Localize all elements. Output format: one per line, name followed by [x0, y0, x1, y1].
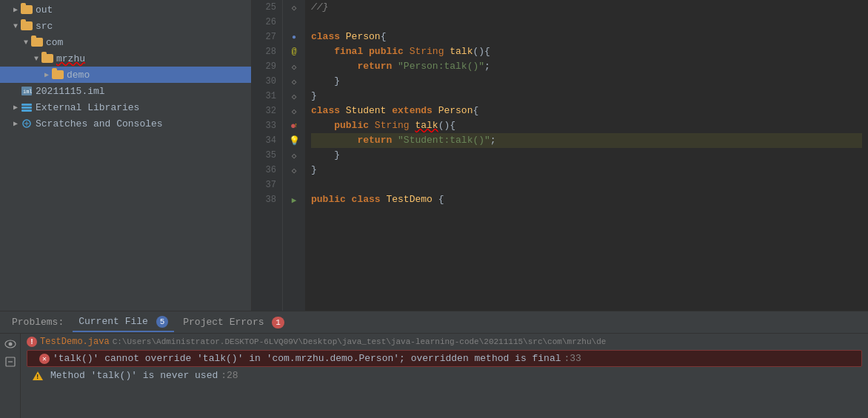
tab-project-errors-badge: 1 — [272, 317, 284, 328]
line-num-30: 30 — [252, 74, 276, 89]
folder-icon-out — [21, 4, 33, 16]
tab-project-errors[interactable]: Project Errors 1 — [177, 314, 290, 331]
gutter-38: ▶ — [283, 192, 305, 207]
sidebar: ▶ out ▼ src ▼ com ▼ m — [0, 0, 252, 311]
tab-problems-label: Problems: — [6, 314, 70, 331]
line-num-26: 26 — [252, 15, 276, 30]
code-line-26 — [311, 15, 862, 30]
sidebar-item-out[interactable]: ▶ out — [0, 1, 251, 18]
bottom-tabs: Problems: Current File 5 Project Errors … — [0, 311, 868, 334]
sidebar-item-extlib[interactable]: ▶ External Libraries — [0, 99, 251, 115]
gutter-26 — [283, 15, 305, 30]
folder-icon-demo — [52, 69, 64, 81]
sidebar-item-mrzhu[interactable]: ▼ mrzhu — [0, 50, 251, 67]
arrow-src: ▼ — [10, 21, 21, 31]
code-line-27: class Person{ — [311, 30, 862, 44]
line-num-32: 32 — [252, 104, 276, 118]
gutter-35: ◇ — [283, 148, 305, 163]
code-line-29: return "Person:talk()"; — [311, 59, 862, 74]
gutter-29: ◇ — [283, 59, 305, 74]
gutter-markers: ◇ ● @ ◇ ◇ ◇ — [283, 0, 305, 207]
error-icon: ✕ — [39, 354, 50, 364]
library-icon — [21, 101, 33, 113]
iml-icon: iml — [21, 85, 33, 97]
label-scratches: Scratches and Consoles — [36, 118, 163, 129]
gutter-36: ◇ — [283, 163, 305, 178]
line-num-38: 38 — [252, 192, 276, 207]
arrow-com: ▼ — [21, 37, 31, 47]
code-line-35: } — [311, 148, 862, 163]
line-num-37: 37 — [252, 178, 276, 192]
line-num-29: 29 — [252, 59, 276, 74]
arrow-out: ▶ — [10, 4, 21, 15]
tab-current-file[interactable]: Current File 5 — [73, 313, 174, 332]
svg-text:iml: iml — [23, 89, 33, 95]
sidebar-item-com[interactable]: ▼ com — [0, 34, 251, 50]
label-out: out — [36, 4, 53, 16]
gutter-27: ● — [283, 30, 305, 44]
problem-file-row[interactable]: ! TestDemo.java C:\Users\Administrator.D… — [21, 335, 868, 348]
line-num-34: 34 — [252, 133, 276, 148]
folder-icon-mrzhu — [41, 53, 53, 64]
file-error-icon: ! — [27, 337, 37, 347]
label-extlib: External Libraries — [36, 102, 139, 113]
gutter-30: ◇ — [283, 74, 305, 89]
code-line-38: public class TestDemo { — [311, 192, 862, 207]
problems-list[interactable]: ! TestDemo.java C:\Users\Administrator.D… — [21, 334, 868, 418]
arrow-scratches: ▶ — [10, 118, 21, 129]
svg-rect-3 — [21, 107, 32, 109]
label-com: com — [46, 37, 63, 48]
code-line-31: } — [311, 89, 862, 104]
line-num-25: 25 — [252, 0, 276, 15]
tab-project-errors-label: Project Errors — [183, 317, 264, 328]
label-mrzhu: mrzhu — [56, 53, 85, 64]
sidebar-item-iml[interactable]: ▶ iml 20211115.iml — [0, 83, 251, 99]
tab-current-file-label: Current File — [79, 316, 148, 327]
code-view: 25 26 27 28 29 30 31 32 33 34 35 36 37 3… — [252, 0, 868, 311]
line-numbers: 25 26 27 28 29 30 31 32 33 34 35 36 37 3… — [252, 0, 283, 311]
expand-icon[interactable] — [3, 354, 18, 369]
svg-point-7 — [8, 343, 12, 346]
sidebar-item-demo[interactable]: ▶ demo — [0, 67, 251, 83]
code-lines[interactable]: //} class Person{ final public String ta… — [305, 0, 868, 311]
arrow-demo: ▶ — [41, 70, 52, 80]
sidebar-item-src[interactable]: ▼ src — [0, 18, 251, 34]
bottom-panel: Problems: Current File 5 Project Errors … — [0, 311, 868, 418]
problem-warning-row[interactable]: Method 'talk()' is never used :28 — [21, 368, 868, 382]
gutter-32: ◇ — [283, 104, 305, 118]
line-num-35: 35 — [252, 148, 276, 163]
editor-area: 25 26 27 28 29 30 31 32 33 34 35 36 37 3… — [252, 0, 868, 311]
line-num-36: 36 — [252, 163, 276, 178]
gutter-37 — [283, 178, 305, 192]
gutter-33: ●↑ — [283, 118, 305, 133]
label-src: src — [36, 21, 53, 32]
bottom-left-icons — [0, 334, 21, 418]
problem-error-row[interactable]: ✕ 'talk()' cannot override 'talk()' in '… — [27, 350, 862, 367]
gutter: ◇ ● @ ◇ ◇ ◇ — [283, 0, 305, 311]
code-line-33: public String talk(){ — [311, 118, 862, 133]
warning-line: :28 — [221, 370, 238, 381]
label-iml: 20211115.iml — [36, 86, 105, 97]
error-message: 'talk()' cannot override 'talk()' in 'co… — [53, 353, 561, 364]
tab-current-file-badge: 5 — [156, 316, 169, 328]
error-line: :33 — [564, 353, 581, 364]
eye-icon[interactable] — [3, 337, 18, 351]
problem-filename: TestDemo.java — [40, 337, 110, 347]
folder-icon-src — [21, 20, 33, 32]
gutter-34[interactable]: 💡 — [283, 133, 305, 148]
label-demo: demo — [67, 70, 90, 81]
sidebar-item-scratches[interactable]: ▶ Scratches and Consoles — [0, 115, 251, 132]
code-line-36: } — [311, 163, 862, 178]
warning-message: Method 'talk()' is never used — [50, 370, 218, 381]
code-line-34: return "Student:talk()"; — [311, 133, 862, 148]
scratches-icon — [21, 118, 33, 129]
code-line-30: } — [311, 74, 862, 89]
main-area: ▶ out ▼ src ▼ com ▼ m — [0, 0, 868, 311]
warning-icon — [33, 371, 43, 380]
gutter-28: @ — [283, 44, 305, 59]
line-num-31: 31 — [252, 89, 276, 104]
arrow-mrzhu: ▼ — [31, 53, 41, 64]
gutter-25: ◇ — [283, 0, 305, 15]
arrow-extlib: ▶ — [10, 102, 21, 112]
problem-filepath: C:\Users\Administrator.DESKTOP-6LVQ09V\D… — [113, 337, 607, 346]
